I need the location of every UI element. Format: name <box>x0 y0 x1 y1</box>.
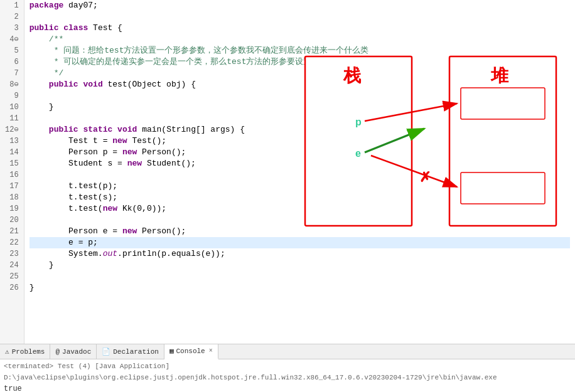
code-line: t.test(p); <box>30 181 570 192</box>
code-line <box>30 90 570 102</box>
code-line: * 问题：想给test方法设置一个形参参数，这个参数我不确定到底会传进来一个什么… <box>30 45 570 56</box>
line-number: 6 <box>5 56 19 68</box>
line-number: 22 <box>5 237 19 248</box>
line-number: 10 <box>5 102 19 113</box>
code-line <box>30 215 570 226</box>
line-number: 18 <box>5 192 19 203</box>
line-number: 3 <box>5 23 19 34</box>
line-number: 8⊖ <box>5 79 19 90</box>
code-line: } <box>30 260 570 271</box>
line-number: 15 <box>5 158 19 169</box>
line-number: 14 <box>5 147 19 158</box>
tab-javadoc[interactable]: @ Javadoc <box>50 344 97 359</box>
console-terminated-line: <terminated> Test (4) [Java Application]… <box>4 361 571 383</box>
line-number: 12⊖ <box>5 124 19 135</box>
code-line <box>30 11 570 23</box>
code-line: Test t = new Test(); <box>30 135 570 147</box>
code-line <box>30 169 570 181</box>
console-output-line: true <box>4 383 571 392</box>
code-line: Person p = new Person(); <box>30 147 570 158</box>
console-output: <terminated> Test (4) [Java Application]… <box>0 359 575 392</box>
code-line: System.out.println(p.equals(e)); <box>30 248 570 260</box>
tabs-bar: ⚠ Problems @ Javadoc 📄 Declaration ▦ Con… <box>0 344 575 359</box>
line-number: 5 <box>5 45 19 56</box>
code-line <box>30 271 570 282</box>
code-line: t.test(new Kk(0,0)); <box>30 203 570 215</box>
line-number: 21 <box>5 226 19 237</box>
line-number: 9 <box>5 90 19 102</box>
tab-console-label: Console <box>176 347 205 355</box>
tab-javadoc-label: Javadoc <box>62 348 91 356</box>
line-number: 26 <box>5 282 19 294</box>
problems-icon: ⚠ <box>5 347 9 356</box>
code-line: package day07; <box>30 0 570 11</box>
code-line: Student s = new Student(); <box>30 158 570 169</box>
line-number: 13 <box>5 135 19 147</box>
line-number: 4⊖ <box>5 34 19 45</box>
tab-declaration-label: Declaration <box>113 348 159 356</box>
line-number: 19 <box>5 203 19 215</box>
line-number: 25 <box>5 271 19 282</box>
tab-declaration[interactable]: 📄 Declaration <box>97 344 164 359</box>
line-number: 11 <box>5 113 19 124</box>
code-line: */ <box>30 68 570 79</box>
code-line <box>30 113 570 124</box>
tab-console[interactable]: ▦ Console × <box>164 344 218 359</box>
console-close-button[interactable]: × <box>209 347 213 354</box>
line-number: 23 <box>5 248 19 260</box>
declaration-icon: 📄 <box>102 347 110 356</box>
line-number: 7 <box>5 68 19 79</box>
line-numbers: 1234⊖5678⊖9101112⊖1314151617181920212223… <box>0 0 24 344</box>
line-number: 2 <box>5 11 19 23</box>
line-number: 16 <box>5 169 19 181</box>
code-line: public void test(Object obj) { <box>30 79 570 90</box>
line-number: 17 <box>5 181 19 192</box>
code-line: t.test(s); <box>30 192 570 203</box>
code-line: e = p; <box>30 237 570 248</box>
tab-problems[interactable]: ⚠ Problems <box>0 344 50 359</box>
code-line: } <box>30 282 570 294</box>
javadoc-icon: @ <box>55 348 60 356</box>
code-content[interactable]: package day07; public class Test { /** *… <box>24 0 575 344</box>
line-number: 1 <box>5 0 19 11</box>
code-line: } <box>30 102 570 113</box>
code-line: * 可以确定的是传递实参一定会是一个类，那么test方法的形参要设置一个什么类型 <box>30 56 570 68</box>
bottom-panel: ⚠ Problems @ Javadoc 📄 Declaration ▦ Con… <box>0 344 575 392</box>
line-number: 24 <box>5 260 19 271</box>
code-line: public static void main(String[] args) { <box>30 124 570 135</box>
tab-problems-label: Problems <box>12 348 45 356</box>
code-line: Person e = new Person(); <box>30 226 570 237</box>
code-line: public class Test { <box>30 23 570 34</box>
code-line: /** <box>30 34 570 45</box>
console-icon: ▦ <box>169 347 174 355</box>
line-number: 20 <box>5 215 19 226</box>
code-editor: 1234⊖5678⊖9101112⊖1314151617181920212223… <box>0 0 575 344</box>
